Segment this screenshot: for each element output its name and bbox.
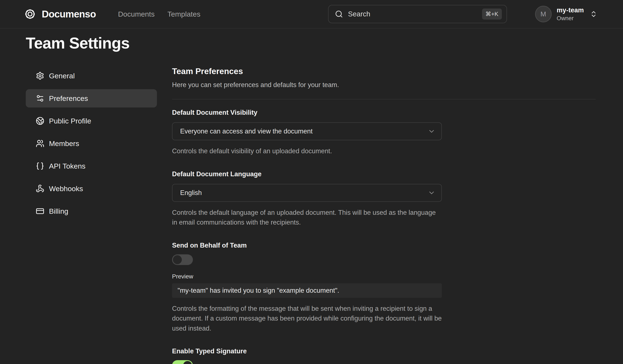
user-menu[interactable]: M my-team Owner: [535, 6, 598, 22]
send-on-behalf-help: Controls the formatting of the message t…: [172, 304, 442, 334]
panel-subtitle: Here you can set preferences and default…: [172, 81, 596, 89]
sidebar-label: Billing: [49, 207, 68, 215]
brand-logo[interactable]: Documenso: [24, 8, 96, 20]
sidebar-label: Public Profile: [49, 117, 91, 125]
documenso-logo-icon: [24, 8, 36, 20]
chevron-down-icon: [428, 128, 435, 135]
sidebar-item-public-profile[interactable]: Public Profile: [26, 112, 157, 130]
user-role: Owner: [557, 15, 584, 22]
sidebar-label: Preferences: [49, 94, 88, 103]
sidebar-item-webhooks[interactable]: Webhooks: [26, 179, 157, 198]
divider: [172, 99, 596, 99]
sidebar-label: Members: [49, 139, 79, 148]
language-label: Default Document Language: [172, 170, 596, 178]
nav-link-documents[interactable]: Documents: [118, 10, 155, 18]
sliders-icon: [36, 94, 44, 103]
globe-icon: [36, 117, 44, 125]
typed-signature-toggle[interactable]: [172, 360, 193, 364]
preferences-panel: Team Preferences Here you can set prefer…: [172, 67, 596, 364]
nav-link-templates[interactable]: Templates: [167, 10, 200, 18]
users-icon: [36, 139, 44, 148]
preview-text: "my-team" has invited you to sign "examp…: [178, 287, 339, 294]
page-title: Team Settings: [26, 35, 623, 52]
sidebar-label: API Tokens: [49, 162, 85, 170]
language-select[interactable]: English: [172, 184, 442, 202]
brand-name: Documenso: [42, 8, 96, 20]
panel-title: Team Preferences: [172, 67, 596, 76]
chevron-down-icon: [428, 189, 435, 197]
credit-card-icon: [36, 207, 44, 215]
content: General Preferences Public Profile Membe…: [26, 67, 623, 364]
search-icon: [335, 10, 343, 18]
typed-signature-label: Enable Typed Signature: [172, 347, 596, 355]
send-on-behalf-toggle[interactable]: [172, 254, 193, 265]
visibility-select-value: Everyone can access and view the documen…: [180, 128, 312, 135]
toggle-knob: [173, 255, 182, 264]
avatar: M: [535, 6, 552, 22]
sidebar-item-general[interactable]: General: [26, 67, 157, 85]
sidebar-label: General: [49, 72, 75, 80]
sidebar-item-members[interactable]: Members: [26, 134, 157, 153]
preview-box: "my-team" has invited you to sign "examp…: [172, 283, 442, 298]
sidebar-item-api-tokens[interactable]: API Tokens: [26, 157, 157, 175]
visibility-label: Default Document Visibility: [172, 109, 596, 116]
visibility-select[interactable]: Everyone can access and view the documen…: [172, 122, 442, 140]
language-select-value: English: [180, 189, 202, 197]
preview-label: Preview: [172, 273, 596, 280]
sidebar-item-billing[interactable]: Billing: [26, 202, 157, 220]
keyboard-shortcut-badge: ⌘+K: [482, 8, 502, 20]
sidebar-item-preferences[interactable]: Preferences: [26, 89, 157, 107]
visibility-help: Controls the default visibility of an up…: [172, 146, 442, 156]
top-navbar: Documenso Documents Templates ⌘+K M my-t…: [0, 0, 623, 28]
primary-nav: Documents Templates: [118, 10, 200, 18]
settings-sidebar: General Preferences Public Profile Membe…: [26, 67, 157, 364]
toggle-knob: [183, 361, 192, 364]
gear-icon: [36, 71, 44, 80]
sidebar-label: Webhooks: [49, 185, 83, 193]
webhook-icon: [36, 184, 44, 193]
language-help: Controls the default language of an uplo…: [172, 208, 442, 228]
user-info: my-team Owner: [557, 6, 584, 22]
user-team-name: my-team: [557, 6, 584, 14]
send-on-behalf-label: Send on Behalf of Team: [172, 242, 596, 249]
search-box[interactable]: ⌘+K: [328, 5, 507, 23]
braces-icon: [36, 162, 44, 170]
chevrons-up-down-icon: [590, 10, 598, 18]
search-input[interactable]: [348, 10, 477, 18]
